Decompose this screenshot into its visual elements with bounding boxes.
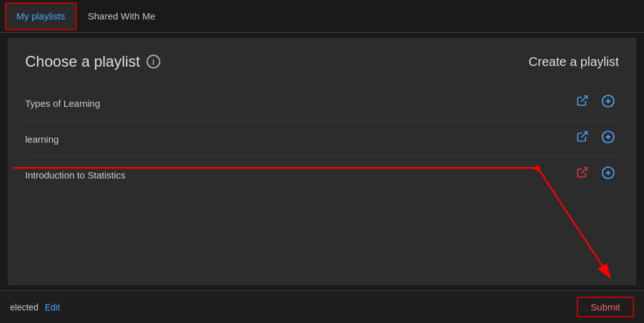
create-playlist-button[interactable]: Create a playlist	[529, 55, 619, 69]
add-to-playlist-icon[interactable]	[601, 94, 619, 112]
playlist-row[interactable]: Types of Learning	[25, 85, 619, 121]
content-header: Choose a playlist i Create a playlist	[25, 53, 619, 70]
external-link-icon[interactable]	[576, 166, 594, 183]
playlist-name: Introduction to Statistics	[25, 170, 125, 180]
submit-label: Submit	[591, 302, 620, 312]
svg-line-4	[581, 132, 587, 138]
create-playlist-label: Create a playlist	[529, 55, 619, 68]
choose-playlist-title: Choose a playlist i	[25, 53, 160, 70]
edit-link[interactable]: Edit	[45, 302, 60, 312]
svg-line-0	[581, 96, 587, 102]
tab-bar: My playlists Shared With Me	[0, 0, 644, 33]
bottom-left: elected Edit	[10, 302, 60, 312]
tab-shared-with-me-label: Shared With Me	[88, 11, 156, 21]
playlist-row[interactable]: Introduction to Statistics	[25, 157, 619, 192]
info-icon[interactable]: i	[147, 55, 160, 68]
playlist-name: learning	[25, 134, 58, 145]
playlist-actions	[576, 94, 619, 112]
tab-shared-with-me[interactable]: Shared With Me	[77, 3, 167, 30]
selected-text: elected	[10, 302, 38, 312]
playlist-row[interactable]: learning	[25, 121, 619, 157]
svg-line-8	[581, 168, 587, 173]
playlist-list: Types of Learning	[25, 85, 619, 192]
bottom-bar: elected Edit Submit	[0, 290, 644, 323]
external-link-icon[interactable]	[576, 130, 594, 148]
tab-my-playlists[interactable]: My playlists	[5, 3, 77, 30]
add-to-playlist-icon[interactable]	[601, 130, 619, 148]
playlist-actions	[576, 130, 619, 148]
tab-my-playlists-label: My playlists	[16, 11, 65, 21]
external-link-icon[interactable]	[576, 94, 594, 112]
main-content: Choose a playlist i Create a playlist Ty…	[8, 38, 636, 285]
add-to-playlist-icon[interactable]	[601, 166, 619, 183]
choose-playlist-label: Choose a playlist	[25, 53, 140, 70]
playlist-name: Types of Learning	[25, 98, 100, 109]
submit-button[interactable]: Submit	[577, 297, 634, 317]
playlist-actions	[576, 166, 619, 183]
